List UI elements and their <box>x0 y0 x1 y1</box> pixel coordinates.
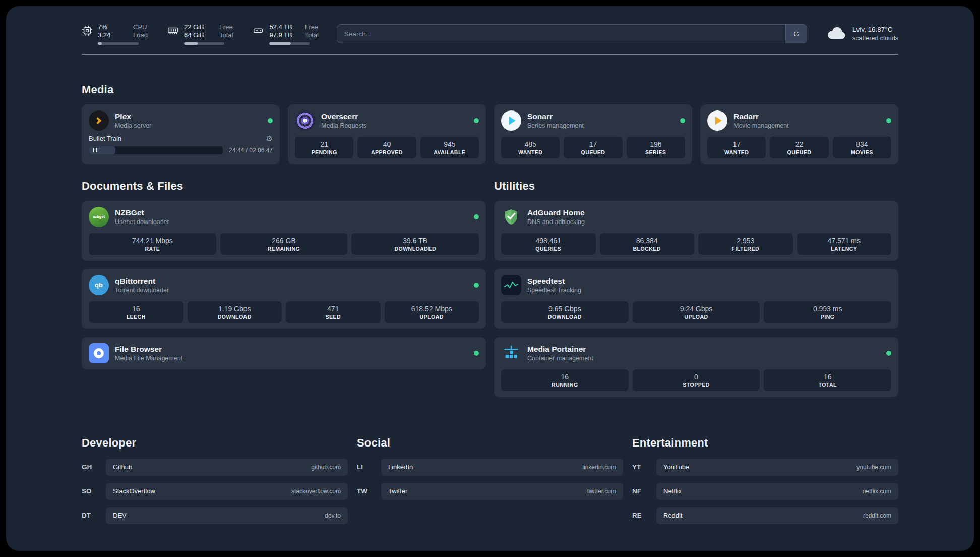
bookmark-linkedin[interactable]: LI LinkedInlinkedin.com <box>357 459 623 476</box>
service-card-filebrowser[interactable]: File Browser Media File Management <box>82 337 486 369</box>
disk-total-value: 97.9 TB <box>269 31 297 39</box>
stat-tile: 22QUEUED <box>770 137 828 158</box>
service-name: Overseerr <box>321 112 366 121</box>
pause-icon[interactable] <box>93 148 97 152</box>
bookmark-group-entertainment: Entertainment YT YouTubeyoutube.com NF N… <box>632 436 898 524</box>
cpu-load-value: 3.24 <box>98 31 126 39</box>
memory-free-label: Free <box>219 23 233 31</box>
weather-location: Lviv, 16.87°C <box>852 25 898 34</box>
service-description: Series management <box>527 122 584 129</box>
stat-tile: 0.993 msPING <box>764 301 891 323</box>
stat-tile: 744.21 MbpsRATE <box>89 233 216 255</box>
disk-free-label: Free <box>304 23 318 31</box>
gear-icon[interactable]: ⚙ <box>266 135 273 142</box>
plex-now-playing-widget: Bullet Train ⚙ 24:44 / 02:06:47 <box>89 135 273 154</box>
playback-progress-bar[interactable] <box>89 146 223 154</box>
stat-tile: 9.24 GbpsUPLOAD <box>633 301 760 323</box>
cpu-usage-value: 7% <box>98 23 126 31</box>
disk-progress-fill <box>269 42 290 45</box>
service-name: AdGuard Home <box>527 208 585 217</box>
stat-tile: 9.65 GbpsDOWNLOAD <box>501 301 629 323</box>
nzbget-icon: nzbget <box>89 207 109 227</box>
section-title-developer: Developer <box>82 436 348 450</box>
search-provider-button[interactable]: G <box>785 25 807 43</box>
service-card-overseerr[interactable]: Overseerr Media Requests 21PENDING 40APP… <box>288 104 486 164</box>
topbar-divider <box>82 54 898 55</box>
service-description: Container management <box>527 355 593 362</box>
search-input[interactable] <box>337 25 785 43</box>
cloud-icon <box>825 25 846 42</box>
service-description: Media server <box>115 122 151 129</box>
stat-tile: 834MOVIES <box>833 137 891 158</box>
filebrowser-icon <box>89 343 109 363</box>
cpu-icon <box>82 25 93 36</box>
section-title-social: Social <box>357 436 623 450</box>
service-name: File Browser <box>115 345 182 354</box>
section-media: Media Plex Media server Bullet Train ⚙ <box>82 83 898 164</box>
portainer-icon <box>501 343 521 363</box>
memory-total-label: Total <box>219 31 233 39</box>
stat-tile: 40APPROVED <box>357 137 416 158</box>
bookmark-group-developer: Developer GH Githubgithub.com SO StackOv… <box>82 436 348 524</box>
disk-widget: 52.4 TBFree 97.9 TBTotal <box>252 23 318 45</box>
bookmark-youtube[interactable]: YT YouTubeyoutube.com <box>632 459 898 476</box>
cpu-progress-track <box>98 42 139 45</box>
memory-progress-fill <box>184 42 198 45</box>
stat-tile: 16TOTAL <box>764 369 891 391</box>
weather-condition: scattered clouds <box>852 34 898 42</box>
service-name: Radarr <box>733 112 789 121</box>
qbittorrent-icon: qb <box>89 275 109 295</box>
status-dot <box>268 118 273 123</box>
memory-progress-track <box>184 42 224 45</box>
service-name: Plex <box>115 112 151 121</box>
service-card-adguard[interactable]: AdGuard Home DNS and adblocking 498,461Q… <box>494 201 898 261</box>
stat-tile: 21PENDING <box>295 137 353 158</box>
stat-tile: 2,953FILTERED <box>698 233 793 255</box>
bookmark-dev[interactable]: DT DEVdev.to <box>82 507 348 524</box>
disk-total-label: Total <box>304 31 318 39</box>
service-card-qbittorrent[interactable]: qb qBittorrent Torrent downloader 16LEEC… <box>82 269 486 329</box>
stat-tile: 16LEECH <box>89 301 183 323</box>
service-name: NZBGet <box>115 208 169 217</box>
service-description: Movie management <box>733 122 789 129</box>
stat-tile: 47.571 msLATENCY <box>797 233 892 255</box>
cpu-usage-label: CPU <box>133 23 147 31</box>
bookmark-github[interactable]: GH Githubgithub.com <box>82 459 348 476</box>
bookmark-reddit[interactable]: RE Redditreddit.com <box>632 507 898 524</box>
cpu-progress-fill <box>98 42 102 45</box>
system-resources: 7%CPU 3.24Load 22 GiBFree 64 GiBTotal <box>82 23 319 45</box>
service-card-portainer[interactable]: Media Portainer Container management 16R… <box>494 337 898 397</box>
section-title-documents: Documents & Files <box>82 180 486 193</box>
service-card-sonarr[interactable]: Sonarr Series management 485WANTED 17QUE… <box>494 104 692 164</box>
service-description: DNS and adblocking <box>527 218 585 226</box>
service-card-radarr[interactable]: Radarr Movie management 17WANTED 22QUEUE… <box>700 104 898 164</box>
overseerr-icon <box>295 110 315 131</box>
service-name: Media Portainer <box>527 345 593 354</box>
status-dot <box>886 118 891 123</box>
section-documents: Documents & Files nzbget NZBGet Usenet d… <box>82 180 486 397</box>
stat-tile: 1.19 GbpsDOWNLOAD <box>188 301 282 323</box>
bookmark-stackoverflow[interactable]: SO StackOverflowstackoverflow.com <box>82 483 348 500</box>
service-description: Media File Management <box>115 355 182 362</box>
screenshot-frame: 7%CPU 3.24Load 22 GiBFree 64 GiBTotal <box>0 0 980 557</box>
service-name: Sonarr <box>527 112 584 121</box>
stat-tile: 266 GBREMAINING <box>220 233 348 255</box>
service-description: Speedtest Tracking <box>527 287 581 294</box>
stat-tile: 17QUEUED <box>564 137 622 158</box>
adguard-icon <box>501 207 521 227</box>
bookmark-netflix[interactable]: NF Netflixnetflix.com <box>632 483 898 500</box>
section-title-utilities: Utilities <box>494 180 898 193</box>
section-title-entertainment: Entertainment <box>632 436 898 450</box>
dashboard-page: 7%CPU 3.24Load 22 GiBFree 64 GiBTotal <box>6 6 974 551</box>
service-card-nzbget[interactable]: nzbget NZBGet Usenet downloader 744.21 M… <box>82 201 486 261</box>
service-card-plex[interactable]: Plex Media server Bullet Train ⚙ <box>82 104 280 164</box>
stat-tile: 485WANTED <box>501 137 560 158</box>
plex-chevron <box>94 117 101 124</box>
search-bar[interactable]: G <box>337 24 807 43</box>
playback-time: 24:44 / 02:06:47 <box>229 147 273 154</box>
weather-widget[interactable]: Lviv, 16.87°C scattered clouds <box>825 25 898 42</box>
speedtest-icon <box>501 275 521 295</box>
service-card-speedtest[interactable]: Speedtest Speedtest Tracking 9.65 GbpsDO… <box>494 269 898 329</box>
bookmark-twitter[interactable]: TW Twittertwitter.com <box>357 483 623 500</box>
stat-tile: 618.52 MbpsUPLOAD <box>385 301 479 323</box>
